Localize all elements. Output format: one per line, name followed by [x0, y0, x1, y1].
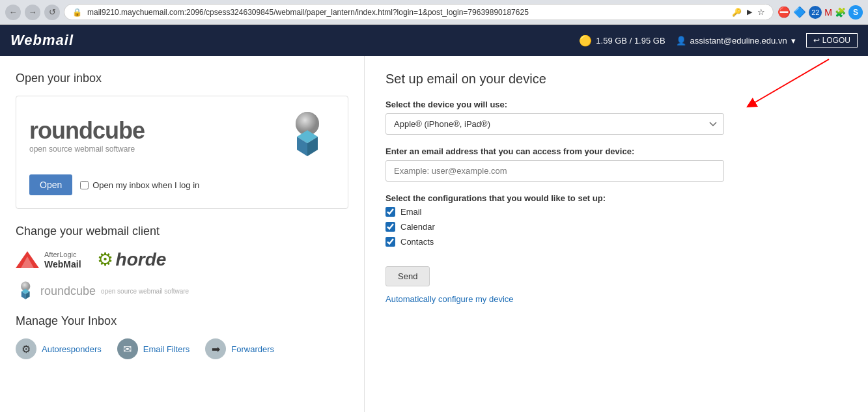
browser-chrome: ← → ↺ 🔒 mail9210.maychuemail.com:2096/cp… [0, 0, 868, 25]
roundcube-logo-icon [283, 109, 335, 161]
refresh-button[interactable]: ↺ [44, 5, 60, 20]
storage-info: 🟡 1.59 GB / 1.95 GB [579, 34, 665, 47]
open-inbox-button[interactable]: Open [29, 174, 72, 195]
manage-grid: ⚙ Autoresponders ✉ Email Filters ➡ Forwa… [16, 338, 348, 359]
autoresponders-item[interactable]: ⚙ Autoresponders [16, 338, 102, 359]
device-select-group: Select the device you will use: Apple® (… [385, 100, 847, 135]
autoresponders-icon: ⚙ [16, 338, 36, 359]
contacts-config-label: Contacts [400, 237, 434, 247]
address-bar[interactable]: 🔒 mail9210.maychuemail.com:2096/cpsess32… [64, 4, 774, 20]
roundcube-box: roundcube open source webmail software [16, 96, 348, 209]
send-button[interactable]: Send [385, 266, 430, 286]
auto-config-link[interactable]: Automatically configure my device [385, 294, 847, 304]
email-input-group: Enter an email address that you can acce… [385, 146, 847, 182]
browser-extension-icons: ⛔ 🔷 22 M 🧩 S [777, 5, 863, 20]
logout-button[interactable]: ↩ LOGOU [806, 33, 858, 48]
open-inbox-checkbox-label[interactable]: Open my inbox when I log in [80, 180, 199, 190]
manage-inbox-title: Manage Your Inbox [16, 314, 348, 328]
chevron-down-icon: ▾ [791, 36, 796, 46]
contacts-config-item[interactable]: Contacts [385, 237, 847, 247]
main-content: Open your inbox roundcube open source we… [0, 56, 868, 412]
forwarders-icon: ➡ [205, 338, 226, 359]
afterlogic-icon [16, 250, 39, 269]
right-panel: Set up email on your device Select the d… [365, 56, 868, 412]
roundcube-text-area: roundcube open source webmail software [29, 117, 275, 154]
change-client-title: Change your webmail client [16, 225, 348, 238]
star-icon: ☆ [757, 7, 765, 17]
roundcube-small-client[interactable]: roundcube open source webmail software [16, 281, 348, 301]
device-select[interactable]: Apple® (iPhone®, iPad®) Android Windows … [385, 113, 724, 135]
forwarders-item[interactable]: ➡ Forwarders [205, 338, 274, 359]
logout-icon: ↩ [813, 36, 820, 45]
horde-gear-icon: ⚙ [97, 249, 113, 270]
email-input[interactable] [385, 160, 724, 182]
email-filters-item[interactable]: ✉ Email Filters [117, 338, 190, 359]
email-label: Enter an email address that you can acce… [385, 146, 847, 156]
roundcube-logo-area: roundcube open source webmail software [29, 109, 335, 161]
email-config-checkbox[interactable] [385, 207, 395, 217]
config-checkboxes: Email Calendar Contacts [385, 207, 847, 247]
configs-label: Select the configurations that you would… [385, 193, 847, 203]
url-text: mail9210.maychuemail.com:2096/cpsess3246… [87, 8, 727, 17]
user-icon: 👤 [676, 36, 686, 46]
contacts-config-checkbox[interactable] [385, 237, 395, 247]
calendar-config-checkbox[interactable] [385, 222, 395, 232]
storage-text: 1.59 GB / 1.95 GB [596, 36, 665, 46]
user-info[interactable]: 👤 assistant@eduline.edu.vn ▾ [676, 36, 796, 46]
header-right: 🟡 1.59 GB / 1.95 GB 👤 assistant@eduline.… [579, 33, 858, 48]
user-email: assistant@eduline.edu.vn [690, 36, 787, 46]
forwarders-label: Forwarders [231, 344, 274, 354]
setup-title: Set up email on your device [385, 72, 847, 87]
horde-text: horde [116, 249, 167, 270]
clients-grid: AfterLogic WebMail ⚙ horde [16, 249, 348, 270]
roundcube-tagline: open source webmail software [29, 144, 275, 154]
horde-logo: ⚙ horde [97, 249, 167, 270]
forward-nav-icon: ▶ [747, 8, 752, 16]
forward-button[interactable]: → [25, 5, 40, 20]
left-panel: Open your inbox roundcube open source we… [0, 56, 365, 412]
key-icon: 🔑 [732, 8, 742, 17]
email-filters-icon: ✉ [117, 338, 138, 359]
configs-group: Select the configurations that you would… [385, 193, 847, 247]
email-config-item[interactable]: Email [385, 207, 847, 217]
calendar-config-label: Calendar [400, 222, 435, 232]
roundcube-small-tagline: open source webmail software [101, 288, 189, 295]
horde-client[interactable]: ⚙ horde [97, 249, 167, 270]
afterlogic-name: AfterLogic WebMail [44, 249, 81, 269]
open-inbox-checkbox[interactable] [80, 181, 89, 189]
email-config-label: Email [400, 207, 422, 217]
roundcube-name: roundcube [29, 117, 275, 144]
open-inbox-title: Open your inbox [16, 72, 348, 85]
calendar-config-item[interactable]: Calendar [385, 222, 847, 232]
manage-inbox-section: Manage Your Inbox ⚙ Autoresponders ✉ Ema… [16, 314, 348, 359]
webmail-logo: Webmail [10, 32, 74, 49]
device-label: Select the device you will use: [385, 100, 847, 109]
back-button[interactable]: ← [5, 5, 21, 20]
autoresponders-label: Autoresponders [42, 344, 102, 354]
storage-icon: 🟡 [579, 34, 592, 47]
webmail-header: Webmail 🟡 1.59 GB / 1.95 GB 👤 assistant@… [0, 25, 868, 56]
open-inbox-row: Open Open my inbox when I log in [29, 174, 199, 195]
email-filters-label: Email Filters [143, 344, 190, 354]
roundcube-small-icon [16, 281, 36, 301]
roundcube-small-name: roundcube [40, 284, 96, 298]
afterlogic-client[interactable]: AfterLogic WebMail [16, 249, 81, 270]
